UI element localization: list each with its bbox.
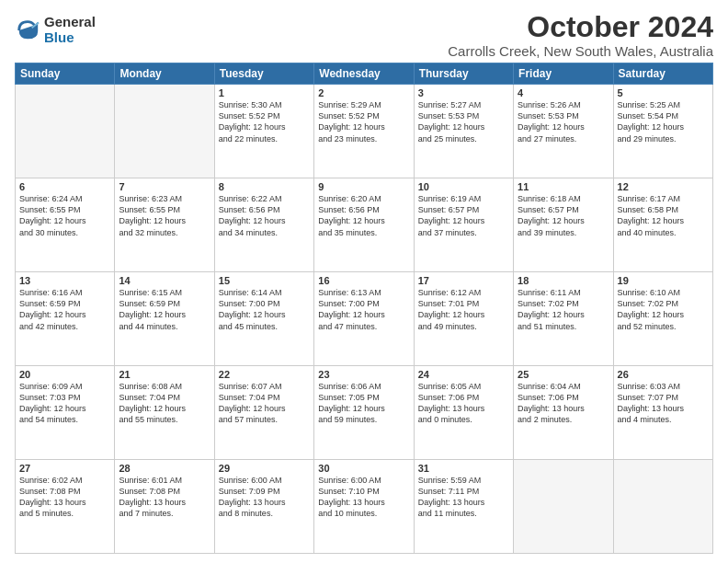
day-number: 21 [119, 369, 210, 380]
calendar-cell: 26Sunrise: 6:03 AM Sunset: 7:07 PM Dayli… [613, 366, 712, 460]
day-number: 12 [618, 181, 709, 192]
header-saturday: Saturday [613, 63, 712, 85]
day-info: Sunrise: 6:08 AM Sunset: 7:04 PM Dayligh… [119, 381, 210, 426]
day-number: 10 [418, 181, 509, 192]
day-number: 18 [518, 275, 609, 286]
day-number: 25 [518, 369, 609, 380]
calendar-cell: 10Sunrise: 6:19 AM Sunset: 6:57 PM Dayli… [414, 178, 513, 272]
day-info: Sunrise: 6:00 AM Sunset: 7:09 PM Dayligh… [219, 475, 310, 520]
day-number: 13 [19, 275, 110, 286]
calendar-cell: 1Sunrise: 5:30 AM Sunset: 5:52 PM Daylig… [214, 85, 313, 178]
day-number: 24 [418, 369, 509, 380]
day-number: 19 [618, 275, 709, 286]
day-number: 4 [518, 87, 609, 98]
day-info: Sunrise: 5:29 AM Sunset: 5:52 PM Dayligh… [318, 99, 409, 144]
calendar-cell: 23Sunrise: 6:06 AM Sunset: 7:05 PM Dayli… [314, 366, 414, 460]
calendar-week-row: 1Sunrise: 5:30 AM Sunset: 5:52 PM Daylig… [16, 85, 713, 178]
day-number: 23 [318, 369, 409, 380]
calendar-cell: 19Sunrise: 6:10 AM Sunset: 7:02 PM Dayli… [613, 272, 712, 366]
day-number: 6 [19, 181, 110, 192]
calendar-cell: 24Sunrise: 6:05 AM Sunset: 7:06 PM Dayli… [414, 366, 513, 460]
calendar-cell: 13Sunrise: 6:16 AM Sunset: 6:59 PM Dayli… [16, 272, 115, 366]
day-info: Sunrise: 6:22 AM Sunset: 6:56 PM Dayligh… [219, 193, 310, 238]
day-info: Sunrise: 6:09 AM Sunset: 7:03 PM Dayligh… [19, 381, 110, 426]
calendar-subtitle: Carrolls Creek, New South Wales, Austral… [448, 43, 713, 59]
logo: General Blue [15, 15, 96, 45]
calendar-cell: 21Sunrise: 6:08 AM Sunset: 7:04 PM Dayli… [115, 366, 214, 460]
calendar-cell: 8Sunrise: 6:22 AM Sunset: 6:56 PM Daylig… [214, 178, 313, 272]
day-number: 7 [119, 181, 210, 192]
header-thursday: Thursday [414, 63, 513, 85]
calendar-cell: 5Sunrise: 5:25 AM Sunset: 5:54 PM Daylig… [613, 85, 712, 178]
day-info: Sunrise: 5:25 AM Sunset: 5:54 PM Dayligh… [618, 99, 709, 144]
day-info: Sunrise: 5:30 AM Sunset: 5:52 PM Dayligh… [219, 99, 310, 144]
calendar-week-row: 6Sunrise: 6:24 AM Sunset: 6:55 PM Daylig… [16, 178, 713, 272]
day-info: Sunrise: 6:13 AM Sunset: 7:00 PM Dayligh… [318, 287, 409, 332]
day-info: Sunrise: 6:14 AM Sunset: 7:00 PM Dayligh… [219, 287, 310, 332]
calendar-cell: 29Sunrise: 6:00 AM Sunset: 7:09 PM Dayli… [214, 460, 313, 554]
day-number: 8 [219, 181, 310, 192]
day-number: 14 [119, 275, 210, 286]
day-info: Sunrise: 6:20 AM Sunset: 6:56 PM Dayligh… [318, 193, 409, 238]
calendar-cell: 11Sunrise: 6:18 AM Sunset: 6:57 PM Dayli… [514, 178, 613, 272]
title-block: October 2024 Carrolls Creek, New South W… [448, 11, 713, 59]
calendar-cell [613, 460, 712, 554]
day-number: 15 [219, 275, 310, 286]
day-info: Sunrise: 6:18 AM Sunset: 6:57 PM Dayligh… [518, 193, 609, 238]
day-number: 31 [418, 463, 509, 474]
day-info: Sunrise: 6:04 AM Sunset: 7:06 PM Dayligh… [518, 381, 609, 426]
day-info: Sunrise: 6:17 AM Sunset: 6:58 PM Dayligh… [618, 193, 709, 238]
header-monday: Monday [115, 63, 214, 85]
calendar-cell: 18Sunrise: 6:11 AM Sunset: 7:02 PM Dayli… [514, 272, 613, 366]
day-number: 2 [318, 87, 409, 98]
day-info: Sunrise: 6:10 AM Sunset: 7:02 PM Dayligh… [618, 287, 709, 332]
calendar-cell: 28Sunrise: 6:01 AM Sunset: 7:08 PM Dayli… [115, 460, 214, 554]
day-info: Sunrise: 6:15 AM Sunset: 6:59 PM Dayligh… [119, 287, 210, 332]
calendar-cell: 7Sunrise: 6:23 AM Sunset: 6:55 PM Daylig… [115, 178, 214, 272]
calendar-cell: 20Sunrise: 6:09 AM Sunset: 7:03 PM Dayli… [16, 366, 115, 460]
day-info: Sunrise: 6:00 AM Sunset: 7:10 PM Dayligh… [318, 475, 409, 520]
calendar-cell: 27Sunrise: 6:02 AM Sunset: 7:08 PM Dayli… [16, 460, 115, 554]
day-info: Sunrise: 6:07 AM Sunset: 7:04 PM Dayligh… [219, 381, 310, 426]
day-info: Sunrise: 5:59 AM Sunset: 7:11 PM Dayligh… [418, 475, 509, 520]
day-number: 30 [318, 463, 409, 474]
logo-general: General [44, 15, 96, 30]
day-number: 27 [19, 463, 110, 474]
day-number: 28 [119, 463, 210, 474]
page: General Blue October 2024 Carrolls Creek… [0, 0, 728, 563]
calendar-cell: 14Sunrise: 6:15 AM Sunset: 6:59 PM Dayli… [115, 272, 214, 366]
logo-text: General Blue [44, 15, 96, 45]
day-info: Sunrise: 5:27 AM Sunset: 5:53 PM Dayligh… [418, 99, 509, 144]
calendar-cell: 30Sunrise: 6:00 AM Sunset: 7:10 PM Dayli… [314, 460, 414, 554]
day-number: 17 [418, 275, 509, 286]
day-info: Sunrise: 6:12 AM Sunset: 7:01 PM Dayligh… [418, 287, 509, 332]
calendar-cell: 9Sunrise: 6:20 AM Sunset: 6:56 PM Daylig… [314, 178, 414, 272]
calendar-cell [514, 460, 613, 554]
day-info: Sunrise: 6:23 AM Sunset: 6:55 PM Dayligh… [119, 193, 210, 238]
day-info: Sunrise: 6:03 AM Sunset: 7:07 PM Dayligh… [618, 381, 709, 426]
day-info: Sunrise: 5:26 AM Sunset: 5:53 PM Dayligh… [518, 99, 609, 144]
calendar-cell: 6Sunrise: 6:24 AM Sunset: 6:55 PM Daylig… [16, 178, 115, 272]
calendar-cell: 4Sunrise: 5:26 AM Sunset: 5:53 PM Daylig… [514, 85, 613, 178]
calendar-cell: 15Sunrise: 6:14 AM Sunset: 7:00 PM Dayli… [214, 272, 313, 366]
day-number: 9 [318, 181, 409, 192]
calendar-cell: 12Sunrise: 6:17 AM Sunset: 6:58 PM Dayli… [613, 178, 712, 272]
day-number: 11 [518, 181, 609, 192]
day-info: Sunrise: 6:05 AM Sunset: 7:06 PM Dayligh… [418, 381, 509, 426]
header-sunday: Sunday [16, 63, 115, 85]
header-wednesday: Wednesday [314, 63, 414, 85]
day-info: Sunrise: 6:19 AM Sunset: 6:57 PM Dayligh… [418, 193, 509, 238]
header-friday: Friday [514, 63, 613, 85]
day-number: 1 [219, 87, 310, 98]
calendar-cell: 31Sunrise: 5:59 AM Sunset: 7:11 PM Dayli… [414, 460, 513, 554]
day-number: 5 [618, 87, 709, 98]
calendar-cell: 3Sunrise: 5:27 AM Sunset: 5:53 PM Daylig… [414, 85, 513, 178]
logo-icon [15, 17, 40, 43]
day-info: Sunrise: 6:01 AM Sunset: 7:08 PM Dayligh… [119, 475, 210, 520]
day-number: 29 [219, 463, 310, 474]
weekday-header-row: Sunday Monday Tuesday Wednesday Thursday… [16, 63, 713, 85]
day-info: Sunrise: 6:24 AM Sunset: 6:55 PM Dayligh… [19, 193, 110, 238]
calendar-week-row: 27Sunrise: 6:02 AM Sunset: 7:08 PM Dayli… [16, 460, 713, 554]
day-number: 3 [418, 87, 509, 98]
day-number: 20 [19, 369, 110, 380]
